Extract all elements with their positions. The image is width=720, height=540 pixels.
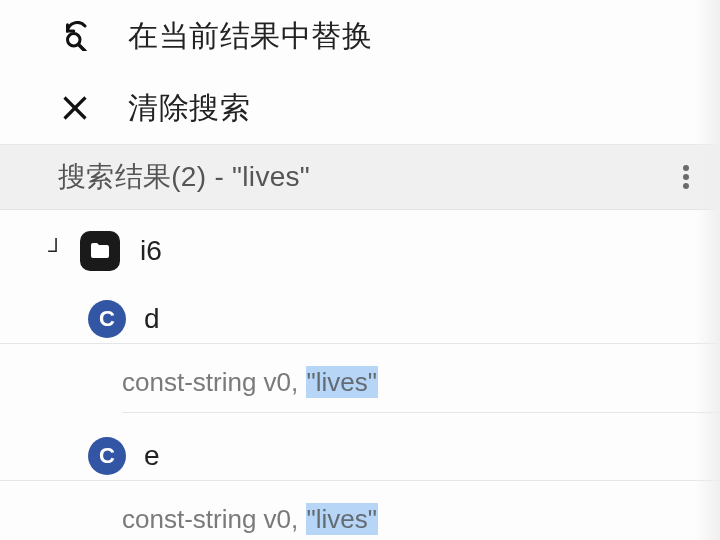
class-badge-icon: C (88, 300, 126, 338)
divider (122, 412, 720, 413)
results-title: 搜索结果(2) - "lives" (58, 158, 672, 196)
collapse-icon[interactable]: ┘ (46, 240, 66, 262)
code-text-line: const-string v0, "lives" (122, 504, 378, 535)
code-prefix: const-string v0, (122, 367, 306, 397)
replace-icon (58, 19, 92, 53)
tree-folder-name: i6 (140, 235, 162, 267)
tree-class-name: d (144, 303, 160, 335)
tree-code-row[interactable]: const-string v0, "lives" (0, 491, 720, 540)
close-icon (58, 91, 92, 125)
right-shadow (696, 0, 720, 540)
class-badge-icon: C (88, 437, 126, 475)
svg-line-1 (79, 45, 85, 51)
code-highlight: "lives" (306, 503, 378, 535)
replace-action-label: 在当前结果中替换 (128, 16, 372, 57)
tree-class-row[interactable]: C d (0, 294, 720, 344)
clear-action-row[interactable]: 清除搜索 (0, 72, 720, 144)
code-highlight: "lives" (306, 366, 378, 398)
folder-icon (80, 231, 120, 271)
tree-folder-row[interactable]: ┘ i6 (0, 226, 720, 276)
tree-code-row[interactable]: const-string v0, "lives" (0, 354, 720, 410)
tree-class-name: e (144, 440, 160, 472)
results-header-bar: 搜索结果(2) - "lives" (0, 144, 720, 210)
tree-class-row[interactable]: C e (0, 431, 720, 481)
clear-action-label: 清除搜索 (128, 88, 250, 129)
app-root: 在当前结果中替换 清除搜索 搜索结果(2) - "lives" ┘ i6 C d (0, 0, 720, 540)
replace-action-row[interactable]: 在当前结果中替换 (0, 0, 720, 72)
code-prefix: const-string v0, (122, 504, 306, 534)
code-text-line: const-string v0, "lives" (122, 367, 378, 398)
results-tree: ┘ i6 C d const-string v0, "lives" C e co… (0, 210, 720, 540)
